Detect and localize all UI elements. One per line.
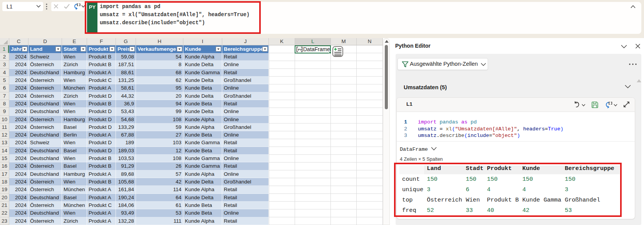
svg-text:PY: PY xyxy=(298,48,302,51)
